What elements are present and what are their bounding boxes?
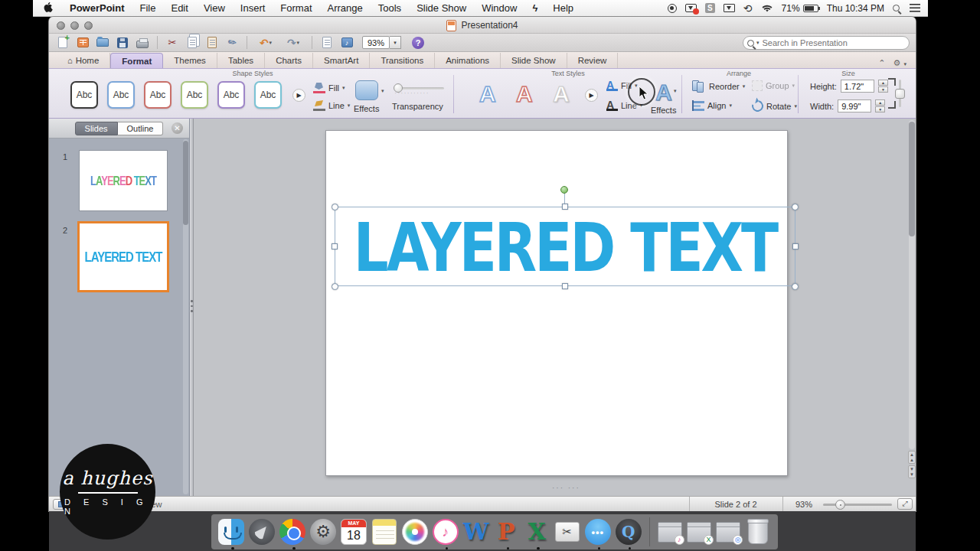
new-document-button[interactable] (55, 35, 70, 50)
menu-item-view[interactable]: View (196, 0, 233, 17)
copy-button[interactable] (185, 35, 200, 50)
minimized-excel-window[interactable]: X (687, 522, 711, 543)
wifi-icon[interactable] (761, 4, 773, 13)
format-painter-button[interactable]: ✎ (224, 35, 240, 50)
previous-slide-button[interactable]: ▲▲ (908, 451, 916, 464)
text-effects-caret[interactable]: ▾ (674, 88, 677, 94)
spotlight-icon[interactable] (893, 5, 901, 11)
dock-app-word[interactable]: W (463, 517, 489, 547)
resize-handle-w[interactable] (332, 243, 338, 249)
slide-1-thumbnail[interactable]: LAYERED TEXT (79, 150, 168, 211)
menu-item-window[interactable]: Window (474, 0, 524, 17)
shape-style-swatch-1[interactable]: Abc (70, 81, 98, 109)
formatting-palette-button[interactable] (319, 35, 335, 50)
shape-styles-expand-button[interactable]: ▶ (292, 89, 305, 102)
dock-app-finder[interactable] (218, 517, 244, 547)
print-button[interactable] (135, 35, 150, 50)
text-style-sample-3[interactable]: A (553, 83, 570, 106)
dock-app-itunes[interactable]: ♪ (433, 517, 459, 547)
record-icon[interactable] (668, 4, 677, 13)
menu-item-tools[interactable]: Tools (371, 0, 409, 17)
shape-fill-button[interactable]: Fill▾ (313, 83, 345, 93)
zoom-value[interactable]: 93% (362, 36, 390, 49)
status-zoom-slider[interactable] (823, 504, 892, 506)
dock-app-grab[interactable]: ✂ (554, 517, 580, 547)
text-style-sample-2[interactable]: A (516, 83, 533, 106)
dock-app-excel[interactable]: X (524, 517, 550, 547)
dock-app-photos[interactable] (402, 517, 428, 547)
resize-handle-nw[interactable] (332, 204, 338, 210)
slide-canvas[interactable] (325, 130, 788, 476)
title-bar[interactable]: Presentation4 (49, 17, 916, 34)
resize-handle-e[interactable] (792, 243, 799, 249)
tab-transitions[interactable]: Transitions (370, 53, 435, 68)
height-stepper[interactable]: ▲▼ (878, 80, 888, 93)
menu-item-arrange[interactable]: Arrange (320, 0, 371, 17)
s-badge-icon[interactable]: S (705, 3, 715, 13)
width-stepper[interactable]: ▲▼ (875, 99, 885, 112)
cut-button[interactable]: ✂ (165, 35, 180, 50)
resize-handle-ne[interactable] (792, 204, 799, 210)
width-input[interactable] (838, 99, 871, 112)
shape-style-swatch-5[interactable]: Abc (217, 81, 245, 109)
shape-line-button[interactable]: Line▾ (313, 100, 350, 111)
shape-style-swatch-6[interactable]: Abc (254, 81, 282, 109)
outline-tab[interactable]: Outline (118, 122, 164, 135)
menu-item-insert[interactable]: Insert (233, 0, 273, 17)
close-panel-icon[interactable]: ✕ (172, 122, 183, 134)
shape-style-swatch-4[interactable]: Abc (181, 81, 208, 109)
resize-handle-se[interactable] (792, 283, 799, 290)
text-style-sample-1[interactable]: A (479, 83, 496, 106)
menu-item-help[interactable]: Help (545, 0, 581, 17)
menu-clock[interactable]: Thu 10:34 PM (827, 3, 884, 14)
minimized-chrome-window[interactable]: ◎ (716, 522, 740, 543)
time-machine-icon[interactable]: ⟲ (743, 2, 753, 15)
next-slide-button[interactable]: ▼▼ (908, 465, 916, 478)
save-button[interactable] (115, 35, 130, 50)
tab-format[interactable]: Format (110, 53, 163, 68)
ribbon-settings-button[interactable]: ⚙ ▾ (893, 58, 906, 68)
text-effects-icon[interactable]: A (655, 81, 672, 104)
shape-effects-button[interactable] (355, 80, 378, 100)
search-scope-caret[interactable]: ▾ (756, 40, 760, 46)
apple-menu-icon[interactable] (44, 2, 54, 15)
menu-item-slide-show[interactable]: Slide Show (409, 0, 474, 17)
screen-share-icon[interactable] (685, 4, 697, 12)
resize-handle-s[interactable] (562, 283, 568, 289)
align-button[interactable]: Align▾ (692, 100, 732, 111)
height-input[interactable] (841, 80, 874, 93)
collapse-ribbon-button[interactable]: ⌃ (878, 58, 885, 68)
group-button[interactable]: Group▾ (752, 80, 795, 91)
tab-review[interactable]: Review (567, 53, 619, 68)
bolt-icon[interactable]: ϟ (524, 0, 545, 17)
fit-slide-button[interactable]: ⤢ (897, 498, 913, 510)
slides-tab[interactable]: Slides (75, 122, 118, 135)
tab-home[interactable]: ⌂Home (57, 53, 110, 68)
rotate-handle[interactable] (560, 186, 568, 194)
transparency-slider[interactable] (395, 87, 444, 90)
dock-app-launchpad[interactable] (249, 517, 275, 547)
menu-item-file[interactable]: File (132, 0, 164, 17)
battery-indicator[interactable]: 71% (782, 3, 818, 14)
tab-tables[interactable]: Tables (217, 53, 265, 68)
help-button[interactable]: ? (410, 35, 426, 50)
panel-scrollbar[interactable] (183, 139, 188, 494)
shape-style-swatch-3[interactable]: Abc (144, 81, 172, 109)
menu-item-edit[interactable]: Edit (163, 0, 195, 17)
tab-themes[interactable]: Themes (163, 53, 217, 68)
tab-smartart[interactable]: SmartArt (313, 53, 370, 68)
dock-app-chrome[interactable] (279, 517, 305, 547)
menu-item-powerpoint[interactable]: PowerPoint (62, 0, 132, 17)
new-from-template-button[interactable] (75, 35, 90, 50)
minimized-itunes-window[interactable]: ♪ (658, 522, 682, 543)
paste-button[interactable] (204, 35, 220, 50)
undo-button[interactable]: ↶▾ (254, 35, 277, 50)
search-box[interactable]: ▾ (743, 36, 910, 50)
dock-app-notes[interactable] (371, 517, 397, 547)
open-button[interactable] (95, 35, 110, 50)
tab-slide-show[interactable]: Slide Show (501, 53, 567, 68)
zoom-dropdown-button[interactable]: ▾ (390, 36, 401, 49)
resize-handle-n[interactable] (562, 204, 568, 210)
text-styles-expand-button[interactable]: ▶ (585, 89, 598, 102)
shape-effects-caret[interactable]: ▾ (381, 88, 384, 94)
